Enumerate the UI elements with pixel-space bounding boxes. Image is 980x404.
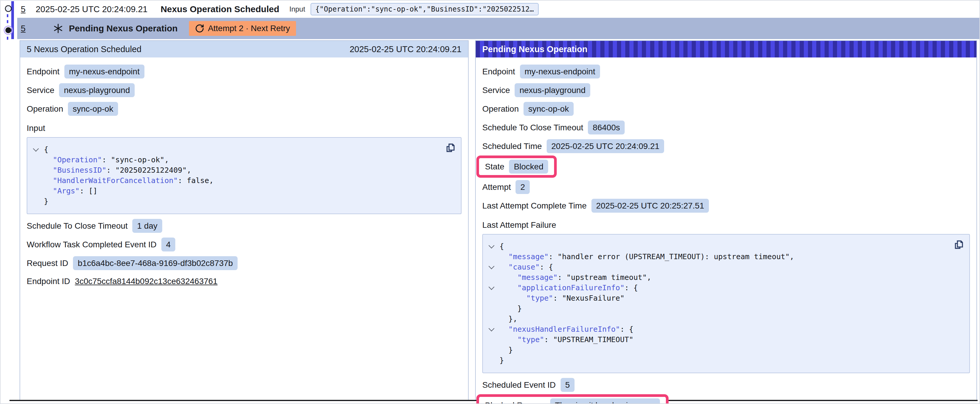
json-line-gutter xyxy=(487,355,500,366)
json-key: "type" xyxy=(526,294,553,303)
json-line-gutter xyxy=(31,155,44,165)
json-line-gutter xyxy=(487,272,500,282)
json-line-gutter xyxy=(31,196,44,206)
json-key: "message" xyxy=(517,273,557,282)
json-line-gutter xyxy=(31,175,44,186)
field-row: Servicenexus-playground xyxy=(27,83,461,97)
json-line-gutter xyxy=(487,314,500,324)
field-label: Blocked Reason xyxy=(485,401,546,404)
json-key: "type" xyxy=(517,335,544,344)
field-row: Endpointmy-nexus-endpoint xyxy=(482,65,970,79)
field-label: Last Attempt Complete Time xyxy=(482,201,587,211)
highlight-annotation: Blocked ReasonThe circuit breaker is ope… xyxy=(476,394,668,404)
field-label: Request ID xyxy=(27,258,68,268)
copy-icon[interactable] xyxy=(444,142,456,154)
event-row-scheduled[interactable]: 5 2025-02-25 UTC 20:24:09.21 Nexus Opera… xyxy=(17,1,979,18)
json-key: "cause" xyxy=(508,263,539,271)
input-json-block: { "Operation": "sync-op-ok", "BusinessID… xyxy=(27,137,461,214)
field-value-chip: nexus-playground xyxy=(59,83,135,97)
json-line: "type": "UPSTREAM_TIMEOUT" xyxy=(487,334,950,345)
field-value-chip: my-nexus-endpoint xyxy=(520,65,600,79)
scheduled-event-panel: 5 Nexus Operation Scheduled 2025-02-25 U… xyxy=(19,40,469,400)
field-row: Blocked ReasonThe circuit breaker is ope… xyxy=(482,397,970,404)
json-line: } xyxy=(487,345,950,355)
field-label: Schedule To Close Timeout xyxy=(482,123,583,132)
json-line-gutter xyxy=(31,165,44,175)
json-line-gutter xyxy=(31,186,44,196)
event-id-link[interactable]: 5 xyxy=(21,5,25,14)
field-value-chip: b1c6a4bc-8ee7-468a-9169-df3b02c8737b xyxy=(73,256,238,270)
scheduled-fields-top: Endpointmy-nexus-endpointServicenexus-pl… xyxy=(27,65,461,116)
field-row: Operationsync-op-ok xyxy=(482,102,970,116)
field-value-chip: 2025-02-25 UTC 20:25:27.51 xyxy=(592,199,709,213)
json-line: "type": "NexusFailure" xyxy=(487,293,950,303)
json-code: { xyxy=(500,241,504,252)
field-value-chip: 86400s xyxy=(588,120,625,135)
pending-operation-panel: Pending Nexus Operation Endpointmy-nexus… xyxy=(475,40,977,400)
json-key: "BusinessID" xyxy=(53,166,107,174)
field-row: Last Attempt Complete Time2025-02-25 UTC… xyxy=(482,199,970,213)
field-label: Service xyxy=(27,86,54,95)
field-value-chip: sync-op-ok xyxy=(68,102,118,116)
scheduled-panel-header: 5 Nexus Operation Scheduled 2025-02-25 U… xyxy=(20,41,468,57)
collapse-chevron-icon[interactable] xyxy=(488,284,495,290)
field-row: Scheduled Event ID5 xyxy=(482,378,970,392)
event-timestamp: 2025-02-25 UTC 20:24:09.21 xyxy=(36,5,147,14)
json-code: "message": "upstream timeout", xyxy=(500,272,651,282)
field-value-chip: Blocked xyxy=(509,160,548,174)
field-row: Schedule To Close Timeout86400s xyxy=(482,120,970,135)
json-code: }, xyxy=(500,314,517,324)
json-key: "applicationFailureInfo" xyxy=(517,284,624,292)
timeline-open-circle-icon xyxy=(5,5,12,13)
json-line: "Args": [] xyxy=(31,186,442,196)
json-line: "Operation": "sync-op-ok", xyxy=(31,155,442,165)
json-line-gutter xyxy=(487,293,500,303)
field-value-chip: 4 xyxy=(161,238,176,252)
scheduled-panel-title: 5 Nexus Operation Scheduled xyxy=(27,44,142,54)
copy-icon[interactable] xyxy=(953,239,964,250)
json-line-gutter xyxy=(487,303,500,314)
json-code: "Args": [] xyxy=(44,186,98,196)
field-value-chip: 5 xyxy=(561,378,575,392)
json-line-gutter xyxy=(487,334,500,345)
failure-section-label: Last Attempt Failure xyxy=(482,220,970,230)
field-row: Servicenexus-playground xyxy=(482,83,970,97)
event-id-link[interactable]: 5 xyxy=(21,24,25,33)
field-value-chip: my-nexus-endpoint xyxy=(64,65,145,79)
collapse-chevron-icon[interactable] xyxy=(488,325,495,331)
field-row: Scheduled Time2025-02-25 UTC 20:24:09.21 xyxy=(482,139,970,153)
collapse-chevron-icon[interactable] xyxy=(488,242,495,249)
pending-title: Pending Nexus Operation xyxy=(69,24,178,33)
input-section-label: Input xyxy=(27,124,461,133)
field-label: Operation xyxy=(27,104,63,114)
json-line: { xyxy=(487,241,950,252)
json-code: } xyxy=(44,196,48,206)
json-code: "Operation": "sync-op-ok", xyxy=(44,155,169,165)
collapse-chevron-icon[interactable] xyxy=(33,146,39,152)
json-line: "message": "handler error (UPSTREAM_TIME… xyxy=(487,252,950,262)
field-row: Endpointmy-nexus-endpoint xyxy=(27,65,461,79)
pending-panel-header: Pending Nexus Operation xyxy=(476,41,977,57)
field-row: StateBlocked xyxy=(482,158,970,175)
json-line-gutter xyxy=(31,144,44,155)
json-line: } xyxy=(487,303,950,314)
scheduled-fields-bottom: Schedule To Close Timeout1 dayWorkflow T… xyxy=(27,219,461,288)
json-line: "message": "upstream timeout", xyxy=(487,272,950,282)
field-label: Workflow Task Completed Event ID xyxy=(27,240,157,249)
pending-fields-bottom: Scheduled Event ID5Blocked ReasonThe cir… xyxy=(482,378,970,404)
json-key: "HandlerWaitForCancellation" xyxy=(53,176,178,185)
retry-badge-label: Attempt 2 · Next Retry xyxy=(208,24,290,33)
json-code: "nexusHandlerFailureInfo": { xyxy=(500,324,633,334)
field-value-chip: The circuit breaker is open. xyxy=(550,398,660,404)
event-row-pending[interactable]: 5 Pending Nexus Operation Attempt 2 · Ne… xyxy=(17,18,979,39)
json-key: "message" xyxy=(508,252,549,261)
collapse-chevron-icon[interactable] xyxy=(488,263,495,269)
json-code: "type": "UPSTREAM_TIMEOUT" xyxy=(500,334,633,345)
json-line: "nexusHandlerFailureInfo": { xyxy=(487,324,950,334)
field-value-link[interactable]: 3c0c75ccfa8144b092c13ce632463761 xyxy=(75,277,217,286)
json-line-gutter xyxy=(487,262,500,272)
pending-fields-top: Endpointmy-nexus-endpointServicenexus-pl… xyxy=(482,65,970,213)
field-row: Workflow Task Completed Event ID4 xyxy=(27,238,461,252)
field-value-chip: nexus-playground xyxy=(515,83,590,97)
field-row: Schedule To Close Timeout1 day xyxy=(27,219,461,233)
